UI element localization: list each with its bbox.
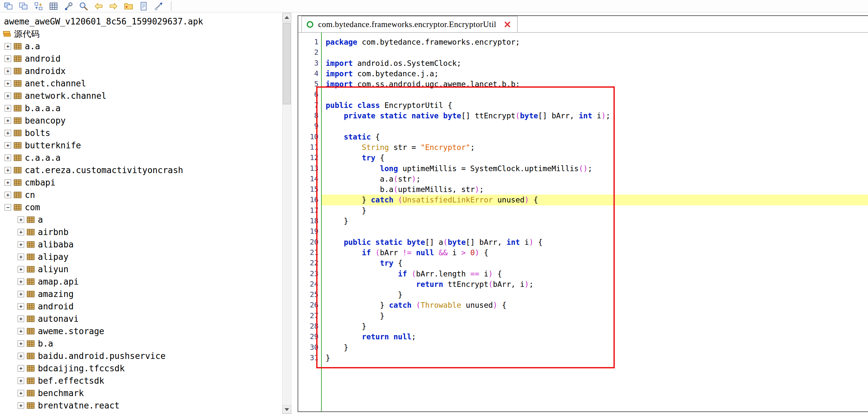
expand-box[interactable]: + [5, 130, 11, 136]
tree-item-package[interactable]: +butterknife [0, 139, 282, 151]
expand-box[interactable]: + [5, 192, 11, 198]
tree-item-package[interactable]: +beancopy [0, 114, 282, 127]
wrench-icon[interactable] [63, 1, 74, 11]
expand-box[interactable]: + [18, 390, 24, 396]
tree-item-package[interactable]: +cn [0, 189, 282, 201]
tools-icon[interactable] [153, 1, 164, 11]
back-icon[interactable] [93, 1, 104, 11]
expand-box[interactable]: + [18, 266, 24, 273]
new-window-icon[interactable] [3, 1, 14, 11]
class-icon [306, 20, 314, 29]
scrollbar-thumb[interactable] [283, 23, 291, 104]
tree-item-package[interactable]: + [0, 412, 282, 414]
tree-item-package[interactable]: +baidu.android.pushservice [0, 350, 282, 362]
tree-item-package[interactable]: +cat.ereza.customactivityoncrash [0, 164, 282, 176]
tab-encryptorutil[interactable]: com.bytedance.frameworks.encryptor.Encry… [302, 16, 518, 32]
code-line: 10 static { [298, 132, 868, 142]
tree-scrollbar[interactable] [282, 13, 291, 414]
code-text: import android.os.SystemClock; [321, 58, 868, 68]
expand-box[interactable]: + [5, 93, 11, 99]
expand-box[interactable]: + [18, 340, 24, 347]
code-text: import com.ss.android.ugc.aweme.lancet.b… [321, 79, 868, 89]
expand-box[interactable]: + [5, 68, 11, 74]
expand-box[interactable]: + [18, 402, 24, 409]
scroll-down-arrow[interactable] [283, 405, 291, 414]
expand-box[interactable]: + [5, 105, 11, 111]
tree-item-package[interactable]: +androidx [0, 65, 282, 77]
document-icon[interactable] [138, 1, 149, 11]
expand-box[interactable]: + [5, 80, 11, 87]
package-icon [13, 129, 22, 137]
expand-box[interactable]: + [18, 353, 24, 359]
tree-item-label: b.a.a.a [25, 103, 61, 113]
expand-box[interactable]: + [5, 56, 11, 62]
decompiler-window: aweme_aweGW_v120601_8c56_1599029637.apk源… [0, 0, 868, 414]
tree-item-package[interactable]: +alipay [0, 251, 282, 263]
code-line: 1package com.bytedance.frameworks.encryp… [298, 37, 868, 47]
tree-item-package[interactable]: +bdcaijing.tfccsdk [0, 362, 282, 375]
grid-icon[interactable] [48, 1, 59, 11]
tree-item-package[interactable]: +amap.api [0, 275, 282, 288]
tree-item-package[interactable]: +aliyun [0, 263, 282, 275]
tree-item-package[interactable]: +autonavi [0, 313, 282, 325]
expand-box[interactable]: + [18, 278, 24, 285]
tree-item-label: aliyun [38, 264, 68, 274]
line-number: 13 [298, 163, 321, 174]
tree-item-package[interactable]: +bef.effectsdk [0, 375, 282, 387]
package-tree[interactable]: aweme_aweGW_v120601_8c56_1599029637.apk源… [0, 13, 282, 414]
tree-item-package[interactable]: +brentvatne.react [0, 399, 282, 412]
tree-item-package[interactable]: +android [0, 300, 282, 313]
expand-box[interactable]: + [18, 241, 24, 248]
expand-box[interactable]: + [5, 117, 11, 124]
collapse-box[interactable]: − [5, 204, 11, 211]
tree-item-package[interactable]: +airbnb [0, 226, 282, 238]
expand-box[interactable]: + [18, 378, 24, 384]
swap-icon[interactable] [33, 1, 44, 11]
expand-box[interactable]: + [5, 167, 11, 173]
copy-window-icon[interactable] [18, 1, 29, 11]
up-triangle-icon [284, 16, 289, 19]
scroll-up-arrow[interactable] [283, 13, 291, 22]
tree-item-package[interactable]: +aweme.storage [0, 325, 282, 337]
folder-key-icon[interactable] [123, 1, 134, 11]
tree-item-package[interactable]: +c.a.a.a [0, 151, 282, 164]
code-line: 22 try { [298, 258, 868, 268]
tree-item-package[interactable]: +android [0, 53, 282, 65]
tree-item-label: aweme.storage [38, 326, 104, 336]
tree-item-package[interactable]: −com [0, 201, 282, 213]
code-editor[interactable]: 1package com.bytedance.frameworks.encryp… [298, 32, 868, 411]
expand-box[interactable]: + [18, 253, 24, 260]
tree-item-package[interactable]: +a.a [0, 40, 282, 53]
tree-item-package[interactable]: +b.a [0, 337, 282, 350]
code-line: 14 a.a(str); [298, 174, 868, 184]
tree-root-apk[interactable]: aweme_aweGW_v120601_8c56_1599029637.apk [0, 15, 282, 28]
code-line: 29 return null; [298, 332, 868, 342]
tree-item-package[interactable]: +amazing [0, 288, 282, 300]
tree-item-package[interactable]: +alibaba [0, 238, 282, 251]
expand-box[interactable]: + [5, 43, 11, 49]
search-icon[interactable] [78, 1, 89, 11]
expand-box[interactable]: + [18, 229, 24, 235]
code-text: } catch (UnsatisfiedLinkError unused) { [321, 195, 868, 205]
tree-item-package[interactable]: +anet.channel [0, 77, 282, 90]
expand-box[interactable]: + [18, 291, 24, 297]
expand-box[interactable]: + [18, 365, 24, 372]
package-icon [26, 241, 35, 248]
close-icon[interactable] [503, 21, 512, 28]
expand-box[interactable]: + [5, 142, 11, 149]
tree-item-package[interactable]: +benchmark [0, 387, 282, 399]
expand-box[interactable]: + [18, 303, 24, 310]
tree-item-package[interactable]: +cmbapi [0, 176, 282, 189]
forward-icon[interactable] [108, 1, 119, 11]
expand-box[interactable]: + [5, 179, 11, 186]
tree-item-package[interactable]: +anetwork.channel [0, 90, 282, 102]
tree-item-package[interactable]: +b.a.a.a [0, 102, 282, 114]
tree-item-package[interactable]: +a [0, 213, 282, 226]
expand-box[interactable]: + [5, 154, 11, 161]
expand-box[interactable]: + [18, 216, 24, 223]
expand-box[interactable]: + [18, 316, 24, 322]
tree-item-source[interactable]: 源代码 [0, 28, 282, 40]
package-icon [13, 179, 22, 186]
tree-item-package[interactable]: +bolts [0, 127, 282, 139]
expand-box[interactable]: + [18, 328, 24, 335]
